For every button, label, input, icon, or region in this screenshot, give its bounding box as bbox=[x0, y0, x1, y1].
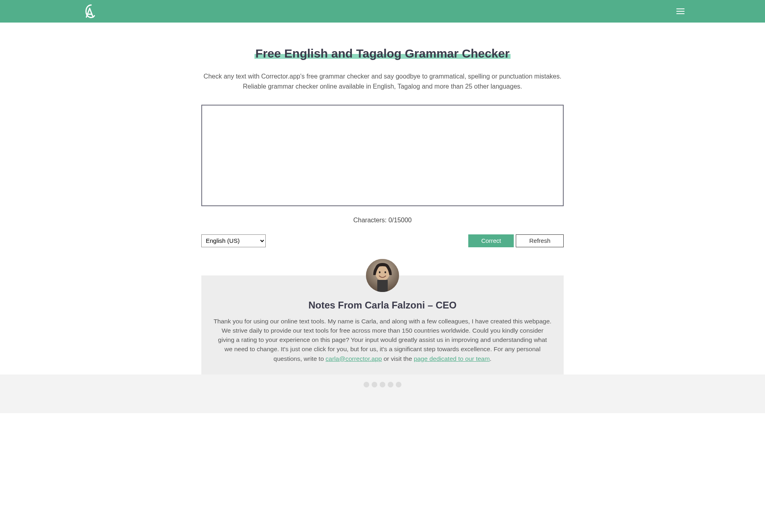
star-icon[interactable] bbox=[396, 382, 401, 387]
menu-icon[interactable] bbox=[676, 8, 684, 14]
notes-title: Notes From Carla Falzoni – CEO bbox=[213, 300, 552, 311]
correct-button[interactable]: Correct bbox=[468, 234, 514, 247]
rating-bar bbox=[0, 375, 765, 413]
svg-point-5 bbox=[379, 271, 380, 273]
svg-rect-1 bbox=[676, 11, 684, 12]
text-input[interactable] bbox=[201, 105, 564, 206]
star-icon[interactable] bbox=[388, 382, 393, 387]
header bbox=[0, 0, 765, 23]
team-link[interactable]: page dedicated to our team bbox=[414, 355, 490, 362]
svg-point-6 bbox=[385, 271, 386, 273]
avatar bbox=[366, 259, 399, 292]
svg-rect-2 bbox=[676, 13, 684, 14]
controls-row: English (US) Correct Refresh bbox=[201, 234, 564, 247]
email-link[interactable]: carla@corrector.app bbox=[326, 355, 382, 362]
notes-body: Thank you for using our online text tool… bbox=[213, 317, 552, 363]
notes-section: Notes From Carla Falzoni – CEO Thank you… bbox=[201, 275, 564, 375]
notes-text-2: or visit the bbox=[382, 355, 414, 362]
page-title: Free English and Tagalog Grammar Checker bbox=[254, 47, 510, 60]
logo[interactable] bbox=[81, 3, 97, 19]
star-icon[interactable] bbox=[372, 382, 377, 387]
star-icon[interactable] bbox=[380, 382, 385, 387]
notes-text-3: . bbox=[490, 355, 491, 362]
language-select[interactable]: English (US) bbox=[201, 234, 266, 247]
character-counter: Characters: 0/15000 bbox=[201, 217, 564, 224]
star-icon[interactable] bbox=[364, 382, 369, 387]
refresh-button[interactable]: Refresh bbox=[516, 234, 564, 247]
svg-rect-0 bbox=[676, 8, 684, 9]
subtitle: Check any text with Corrector.app's free… bbox=[201, 72, 564, 92]
